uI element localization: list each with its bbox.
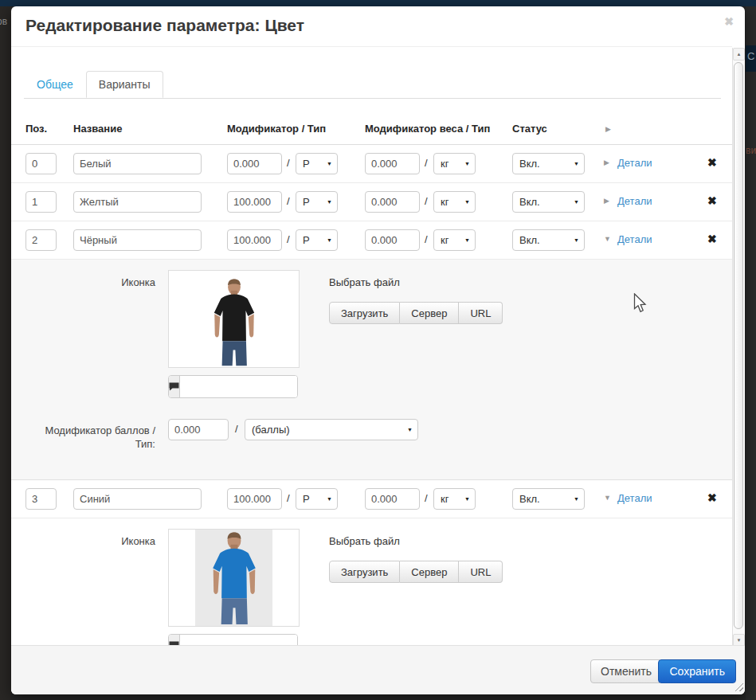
- points-label-line1: Модификатор баллов /: [45, 424, 155, 436]
- scrollbar-thumb[interactable]: [734, 62, 743, 629]
- close-icon[interactable]: ✖: [724, 15, 734, 28]
- modifier-input[interactable]: [227, 153, 282, 174]
- url-button[interactable]: URL: [459, 302, 503, 324]
- modifier-input[interactable]: [227, 229, 282, 251]
- weight-unit-select[interactable]: кг▼: [433, 229, 476, 251]
- variant-name-input[interactable]: [73, 191, 202, 213]
- slash-separator: /: [425, 233, 428, 245]
- points-type-select[interactable]: (баллы)▼: [245, 419, 418, 440]
- background-text-fragment: ви: [746, 145, 756, 156]
- server-button[interactable]: Сервер: [400, 302, 459, 324]
- modal-footer: Отменить Сохранить: [11, 645, 745, 694]
- url-button[interactable]: URL: [459, 561, 503, 583]
- scroll-up-icon[interactable]: ▲: [733, 48, 745, 61]
- black-tshirt-photo: [168, 270, 300, 368]
- save-button[interactable]: Сохранить: [658, 659, 736, 683]
- delete-variant-icon[interactable]: ✖: [707, 194, 717, 207]
- select-value: Вкл.: [519, 158, 540, 170]
- file-source-button-group: Загрузить Сервер URL: [329, 561, 503, 583]
- comment-input[interactable]: [180, 635, 298, 645]
- chevron-down-icon: ▼: [574, 161, 579, 166]
- blue-tshirt-photo: [168, 529, 300, 627]
- expand-arrow-icon[interactable]: ▶: [604, 158, 609, 166]
- modifier-input[interactable]: [227, 191, 282, 213]
- chevron-down-icon: ▼: [464, 161, 470, 166]
- weight-modifier-input[interactable]: [365, 191, 420, 213]
- slash-separator: /: [425, 492, 428, 504]
- delete-variant-icon[interactable]: ✖: [707, 156, 717, 169]
- collapse-arrow-icon[interactable]: ▼: [604, 235, 611, 243]
- server-button[interactable]: Сервер: [400, 561, 459, 583]
- photo-backdrop: [195, 530, 272, 626]
- delete-variant-icon[interactable]: ✖: [707, 233, 717, 245]
- vertical-scrollbar[interactable]: ▲ ▼: [732, 48, 745, 647]
- points-modifier-input[interactable]: [168, 419, 229, 440]
- position-input[interactable]: [25, 488, 57, 510]
- table-row: / Р▼ / кг▼ Вкл.▼ ▼ Детали ✖: [11, 480, 732, 518]
- black-tshirt-image: [198, 278, 271, 367]
- select-value: Вкл.: [519, 493, 540, 505]
- modifier-type-select[interactable]: Р▼: [296, 153, 338, 174]
- chevron-down-icon: ▼: [464, 237, 470, 243]
- weight-modifier-input[interactable]: [365, 488, 420, 510]
- details-link[interactable]: Детали: [617, 195, 652, 207]
- comment-bubble-icon: [169, 635, 180, 645]
- collapse-all-icon[interactable]: ▶: [605, 125, 611, 133]
- tab-bar: Общее Варианты: [24, 71, 721, 99]
- status-select[interactable]: Вкл.▼: [512, 488, 585, 510]
- variant-details-panel: Иконка Выбрать файл: [11, 260, 732, 480]
- weight-unit-select[interactable]: кг▼: [433, 191, 476, 213]
- position-input[interactable]: [25, 191, 57, 213]
- tab-general[interactable]: Общее: [24, 71, 86, 98]
- collapse-arrow-icon[interactable]: ▼: [604, 494, 611, 502]
- table-row: / Р▼ / кг▼ Вкл.▼ ▶ Детали ✖: [11, 183, 732, 221]
- column-header-modifier: Модификатор / Тип: [227, 123, 326, 135]
- chevron-down-icon: ▼: [464, 496, 470, 502]
- modifier-input[interactable]: [227, 488, 282, 510]
- variant-name-input[interactable]: [73, 488, 202, 510]
- chevron-down-icon: ▼: [327, 161, 332, 166]
- position-input[interactable]: [25, 229, 57, 251]
- column-header-weight: Модификатор веса / Тип: [365, 123, 490, 135]
- cancel-button[interactable]: Отменить: [590, 659, 662, 683]
- status-select[interactable]: Вкл.▼: [512, 153, 585, 174]
- background-top-bar: [0, 0, 756, 6]
- chevron-down-icon: ▼: [327, 496, 332, 502]
- modal-body: Общее Варианты Поз. Название Модификатор…: [11, 46, 732, 645]
- details-link[interactable]: Детали: [617, 233, 652, 245]
- weight-modifier-input[interactable]: [365, 153, 420, 174]
- details-link[interactable]: Детали: [617, 157, 652, 169]
- resize-handle[interactable]: [734, 682, 743, 691]
- background-left-strip: ов: [0, 6, 11, 700]
- points-modifier-label: Модификатор баллов / Тип:: [11, 424, 155, 451]
- icon-comment-field: [168, 375, 298, 398]
- column-header-position: Поз.: [25, 123, 47, 135]
- variant-details-panel: Иконка: [11, 518, 732, 645]
- position-input[interactable]: [25, 153, 57, 174]
- status-select[interactable]: Вкл.▼: [512, 191, 585, 213]
- variant-name-input[interactable]: [73, 229, 202, 251]
- choose-file-label: Выбрать файл: [329, 276, 400, 288]
- variant-name-input[interactable]: [73, 153, 202, 174]
- weight-unit-select[interactable]: кг▼: [433, 488, 476, 510]
- modifier-type-select[interactable]: Р▼: [296, 488, 338, 510]
- edit-parameter-modal: Редактирование параметра: Цвет ✖ Общее В…: [11, 6, 745, 694]
- expand-arrow-icon[interactable]: ▶: [604, 197, 609, 205]
- modifier-type-select[interactable]: Р▼: [296, 191, 338, 213]
- delete-variant-icon[interactable]: ✖: [707, 491, 717, 504]
- slash-separator: /: [235, 423, 238, 435]
- table-row: / Р▼ / кг▼ Вкл.▼ ▼ Детали ✖: [11, 221, 732, 260]
- upload-button[interactable]: Загрузить: [329, 302, 400, 324]
- details-link[interactable]: Детали: [617, 492, 652, 504]
- weight-unit-select[interactable]: кг▼: [433, 153, 476, 174]
- modifier-type-select[interactable]: Р▼: [296, 229, 338, 251]
- upload-button[interactable]: Загрузить: [329, 561, 400, 583]
- choose-file-label: Выбрать файл: [329, 535, 400, 547]
- tab-variants[interactable]: Варианты: [86, 71, 163, 98]
- column-header-name: Название: [73, 123, 122, 135]
- select-value: Р: [303, 158, 310, 170]
- weight-modifier-input[interactable]: [365, 229, 420, 251]
- slash-separator: /: [287, 233, 290, 245]
- comment-input[interactable]: [180, 376, 298, 397]
- status-select[interactable]: Вкл.▼: [512, 229, 585, 251]
